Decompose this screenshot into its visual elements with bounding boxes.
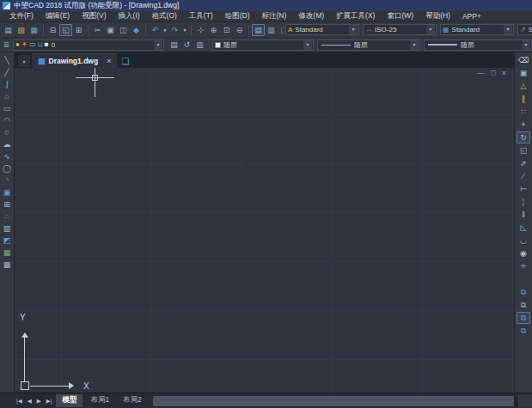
linetype-dropdown-caret[interactable]: ▾ bbox=[410, 40, 419, 50]
drawing-canvas[interactable]: —□× Y X bbox=[15, 68, 514, 393]
prev-layout-button[interactable]: ◀ bbox=[25, 398, 34, 405]
circle-icon[interactable]: ○ bbox=[1, 126, 13, 137]
trim-icon[interactable]: ∕ bbox=[517, 170, 530, 182]
layer-previous-icon[interactable]: ↺ bbox=[180, 39, 193, 51]
linetype-select[interactable]: 随层 ▾ bbox=[317, 40, 420, 51]
erase-icon[interactable]: ⌫ bbox=[517, 54, 530, 66]
menu-dimension[interactable]: 标注(N) bbox=[256, 11, 293, 21]
lineweight-dropdown-caret[interactable]: ▾ bbox=[522, 40, 530, 50]
ellipse-arc-icon[interactable]: ◝ bbox=[1, 174, 13, 186]
menu-app-plus[interactable]: APP+ bbox=[456, 12, 487, 21]
doc-restore-button[interactable]: □ bbox=[491, 69, 495, 78]
last-layout-button[interactable]: ▶| bbox=[44, 398, 55, 405]
draworder-bring-to-front-icon[interactable]: ⧉ bbox=[517, 312, 530, 324]
gap[interactable] bbox=[517, 273, 530, 285]
menu-insert[interactable]: 插入(I) bbox=[113, 11, 146, 21]
layer-properties-manager-icon[interactable]: ≣ bbox=[0, 39, 13, 51]
table-icon[interactable]: ▦ bbox=[1, 247, 13, 258]
make-object-layer-current-icon[interactable]: ▤ bbox=[168, 39, 180, 51]
cut-icon[interactable]: ✂ bbox=[91, 24, 104, 36]
mleader-style-select[interactable]: ↗ Standard ▾ bbox=[517, 24, 532, 35]
mtext-icon[interactable]: ▩ bbox=[1, 259, 13, 270]
fillet-icon[interactable]: ◡ bbox=[517, 234, 530, 247]
menu-file[interactable]: 文件(F) bbox=[3, 11, 40, 21]
undo-dropdown-caret[interactable]: ▾ bbox=[162, 24, 168, 36]
spline-icon[interactable]: ∿ bbox=[1, 150, 13, 161]
doc-tab-drawing1[interactable]: ▤ Drawing1.dwg × bbox=[32, 53, 117, 68]
move-icon[interactable]: + bbox=[517, 119, 530, 131]
layer-on-bulb-icon[interactable]: ● bbox=[15, 40, 20, 49]
doc-minimize-button[interactable]: — bbox=[477, 69, 485, 78]
arc-icon[interactable]: ◠ bbox=[1, 114, 13, 125]
polygon-icon[interactable]: ⌂ bbox=[1, 90, 13, 101]
menu-window[interactable]: 窗口(W) bbox=[381, 11, 419, 21]
divider[interactable] bbox=[88, 25, 89, 35]
dim-style-select[interactable]: ↔ ISO-25 ▾ bbox=[363, 24, 437, 35]
layer-color-swatch[interactable]: ■ bbox=[45, 40, 49, 49]
point-icon[interactable]: ∴ bbox=[1, 210, 13, 222]
divider[interactable] bbox=[248, 25, 249, 35]
tab-layout2[interactable]: 布局2 bbox=[117, 394, 148, 407]
tab-close-icon[interactable]: × bbox=[107, 57, 111, 65]
plot-preview-icon[interactable]: ◱ bbox=[59, 24, 72, 36]
chamfer-icon[interactable]: ◺ bbox=[517, 222, 530, 234]
menu-express-tools[interactable]: 扩展工具(X) bbox=[330, 11, 381, 21]
next-layout-button[interactable]: ▶ bbox=[34, 398, 44, 405]
horizontal-scrollbar[interactable] bbox=[153, 396, 517, 406]
scrollbar-thumb[interactable] bbox=[153, 396, 514, 406]
array-icon[interactable]: ∷ bbox=[517, 106, 530, 118]
open-file-icon[interactable]: ▧ bbox=[15, 24, 28, 36]
scale-icon[interactable]: ◱ bbox=[517, 144, 530, 156]
layer-properties-palette-icon[interactable]: ▤ bbox=[252, 24, 265, 36]
new-drawing-icon[interactable]: ❏ bbox=[121, 57, 129, 66]
color-dropdown-caret[interactable]: ▾ bbox=[303, 40, 312, 50]
paste-icon[interactable]: ◫ bbox=[117, 24, 130, 36]
explode-icon[interactable]: ✳ bbox=[517, 260, 530, 272]
copy-clip-icon[interactable]: ▣ bbox=[104, 24, 117, 36]
table-style-select[interactable]: ▦ Standard ▾ bbox=[440, 24, 514, 35]
break-icon[interactable]: ‖ bbox=[517, 209, 530, 221]
menu-view[interactable]: 视图(V) bbox=[76, 11, 112, 21]
tab-model[interactable]: 模型 bbox=[56, 394, 83, 407]
layer-dropdown-caret[interactable]: ▾ bbox=[154, 40, 162, 50]
join-icon[interactable]: ◉ bbox=[517, 247, 530, 259]
menu-modify[interactable]: 修改(M) bbox=[292, 11, 330, 21]
redo-icon[interactable]: ↷ bbox=[168, 24, 181, 36]
break-at-point-icon[interactable]: ¦ bbox=[517, 196, 530, 208]
draworder-bring-above-icon[interactable]: ⧉ bbox=[517, 286, 530, 298]
divider[interactable] bbox=[43, 25, 44, 35]
revision-cloud-icon[interactable]: ☁ bbox=[1, 138, 13, 149]
dropdown-caret[interactable]: ▾ bbox=[504, 25, 512, 34]
doc-close-button[interactable]: × bbox=[502, 69, 506, 78]
copy-icon[interactable]: ▣ bbox=[517, 67, 530, 79]
new-file-icon[interactable]: ▤ bbox=[2, 24, 15, 36]
text-style-select[interactable]: A Standard ▾ bbox=[285, 24, 359, 35]
mirror-icon[interactable]: △ bbox=[517, 80, 530, 92]
zoom-previous-icon[interactable]: ⊖ bbox=[233, 24, 246, 36]
save-icon[interactable]: ▦ bbox=[28, 24, 40, 36]
zoom-realtime-icon[interactable]: ⊕ bbox=[207, 24, 220, 36]
insert-block-icon[interactable]: ▣ bbox=[1, 186, 13, 198]
undo-icon[interactable]: ↶ bbox=[149, 24, 162, 36]
pan-icon[interactable]: ⊹ bbox=[194, 24, 207, 36]
dropdown-caret[interactable]: ▾ bbox=[349, 25, 358, 34]
menu-draw[interactable]: 绘图(D) bbox=[219, 11, 256, 21]
polyline-icon[interactable]: ∫ bbox=[1, 78, 13, 89]
stretch-icon[interactable]: ⇗ bbox=[517, 157, 530, 169]
properties-palette-icon[interactable]: ◨ bbox=[278, 24, 284, 36]
divider[interactable] bbox=[145, 25, 146, 35]
menu-help[interactable]: 帮助(H) bbox=[419, 11, 456, 21]
draworder-send-under-icon[interactable]: ⧉ bbox=[517, 299, 530, 311]
layer-plot-icon[interactable]: ▭ bbox=[29, 40, 36, 49]
make-block-icon[interactable]: ⊞ bbox=[1, 198, 13, 210]
layer-lock-icon[interactable]: ⊔ bbox=[38, 40, 43, 49]
gradient-icon[interactable]: ◩ bbox=[1, 234, 13, 246]
document-list-caret[interactable]: ▾ bbox=[18, 55, 30, 67]
layer-states-manager-icon[interactable]: ▥ bbox=[193, 39, 206, 51]
divider[interactable] bbox=[191, 25, 192, 35]
ellipse-icon[interactable]: ◯ bbox=[1, 162, 13, 174]
menu-tools[interactable]: 工具(T) bbox=[183, 11, 219, 21]
first-layout-button[interactable]: |◀ bbox=[14, 398, 25, 405]
offset-icon[interactable]: ∥ bbox=[517, 93, 530, 105]
draworder-send-to-back-icon[interactable]: ⧉ bbox=[517, 325, 530, 337]
